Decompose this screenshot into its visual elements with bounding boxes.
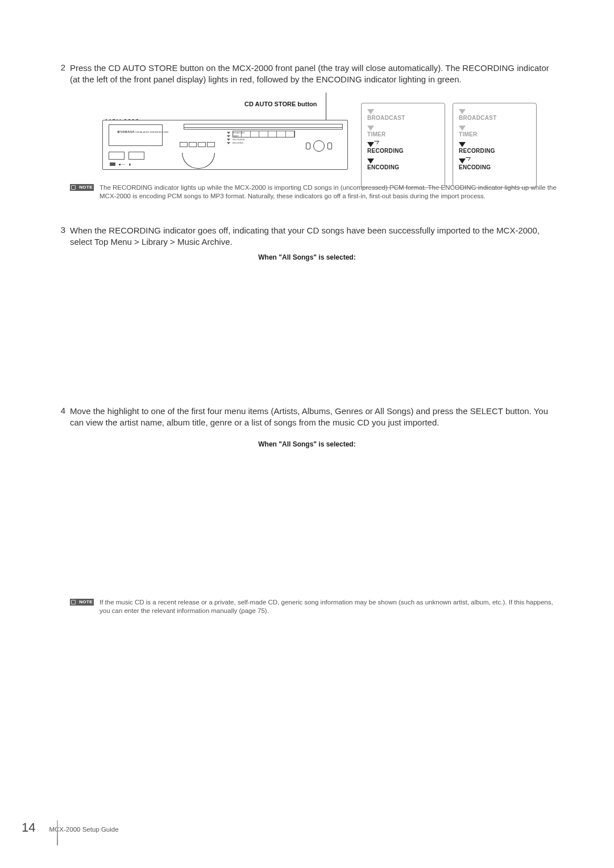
front-panel-misc: ■ ──▮ <box>110 162 131 166</box>
device-outline: ⊕YAMAHA DIGITAL AUDIO SERVER MCX-2000 BR… <box>102 103 350 171</box>
caption-all-songs-1: When "All Songs" is selected: <box>54 253 560 261</box>
step-number: 4 <box>54 406 65 429</box>
indicator-panel-encoding: BROADCAST TIMER RECORDING ENCODING <box>453 103 537 188</box>
callout-pointer <box>326 93 326 122</box>
screenshot-placeholder-2 <box>54 450 560 592</box>
note-badge-icon: NOTE <box>70 184 94 191</box>
front-button-2 <box>128 152 144 160</box>
note-badge-icon: NOTE <box>70 599 94 606</box>
ir-sensor-icon <box>110 162 115 166</box>
jog-dial <box>313 140 325 152</box>
panel-mini-indicators: BROADCAST TIMER RECORDING ENCODING <box>227 132 262 145</box>
cd-slot <box>184 124 343 128</box>
device-illustration: CD AUTO STORE button MCX-2000 ⊕YAMAHA DI… <box>102 103 557 171</box>
step-2: 2 Press the CD AUTO STORE button on the … <box>54 62 560 86</box>
footer-rule <box>57 820 58 845</box>
lcd-screen: ⊕YAMAHA DIGITAL AUDIO SERVER MCX-2000 <box>109 124 163 146</box>
step-text: Press the CD AUTO STORE button on the MC… <box>70 62 560 86</box>
screenshot-placeholder-1 <box>54 264 560 389</box>
label-broadcast: BROADCAST <box>459 115 530 121</box>
transport-buttons <box>180 142 215 147</box>
brand-logo: ⊕YAMAHA <box>117 130 135 133</box>
label-encoding-on: ENCODING <box>459 164 530 170</box>
footer-title: MCX-2000 Setup Guide <box>49 826 118 833</box>
brand-subtitle: DIGITAL AUDIO SERVER MCX-2000 <box>135 131 168 133</box>
cd-slot-lip <box>184 128 343 130</box>
step-3: 3 When the RECORDING indicator goes off,… <box>54 225 560 248</box>
label-timer: TIMER <box>459 131 530 137</box>
step-text: When the RECORDING indicator goes off, i… <box>70 225 560 248</box>
step-number: 2 <box>54 62 65 86</box>
note-text: If the music CD is a recent release or a… <box>99 598 565 616</box>
step-4: 4 Move the highlight to one of the first… <box>54 406 560 429</box>
page-number: 14 <box>22 820 35 835</box>
device-body: ⊕YAMAHA DIGITAL AUDIO SERVER MCX-2000 BR… <box>102 120 348 170</box>
label-encoding: ENCODING <box>367 164 439 170</box>
label-recording: RECORDING <box>459 148 530 154</box>
page-footer: 14 MCX-2000 Setup Guide <box>22 820 119 835</box>
step-number: 3 <box>54 225 65 248</box>
label-timer: TIMER <box>367 131 439 137</box>
page-content: 2 Press the CD AUTO STORE button on the … <box>54 62 560 616</box>
step-text: Move the highlight to one of the first f… <box>70 406 560 429</box>
note-2: NOTE If the music CD is a recent release… <box>70 598 565 616</box>
label-broadcast: BROADCAST <box>367 115 439 121</box>
caption-all-songs-2: When "All Songs" is selected: <box>54 440 560 448</box>
label-recording-on: RECORDING <box>367 148 439 154</box>
indicator-panel-recording: BROADCAST TIMER RECORDING ENCODING <box>361 103 445 188</box>
front-button-1 <box>109 152 125 160</box>
